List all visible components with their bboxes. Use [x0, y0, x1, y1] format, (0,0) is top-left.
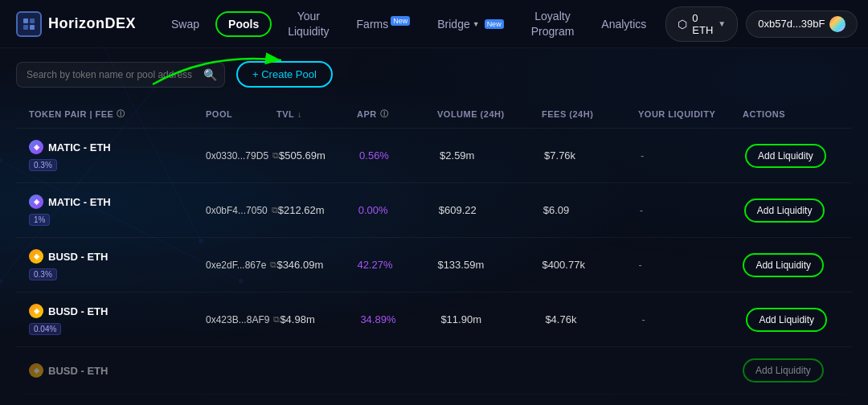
token-pair-name: ◈ MATIC - ETH [29, 194, 206, 209]
toolbar: 🔍 + Create Pool [16, 61, 852, 88]
table-row: ◈ BUSD - ETH 0.04% 0x423B...8AF9 ⧉ $4.98… [16, 292, 852, 347]
nav-item-pools[interactable]: Pools [215, 11, 272, 37]
copy-icon[interactable]: ⧉ [273, 314, 280, 325]
token-pair-cell: ◈ BUSD - ETH 0.3% [29, 249, 206, 280]
th-actions: ACTIONS [743, 108, 839, 120]
table-row: ◈ BUSD - ETH Add Liquidity [16, 347, 852, 395]
nav-item-farms[interactable]: FarmsNew [346, 12, 422, 35]
nav-item-loyalty[interactable]: LoyaltyProgram [520, 4, 586, 43]
token-icon: ◈ [29, 140, 43, 154]
create-pool-button[interactable]: + Create Pool [236, 61, 333, 88]
fees-value: $6.09 [543, 204, 640, 216]
apr-value: 34.89% [360, 313, 440, 325]
token-pair-cell: ◈ BUSD - ETH 0.04% [29, 304, 206, 335]
table-header: TOKEN PAIR | FEE ⓘ POOL TVL ↓ APR ⓘ VOLU… [16, 100, 852, 129]
nav-item-your-liquidity[interactable]: YourLiquidity [276, 4, 340, 43]
token-icon: ◈ [29, 304, 43, 318]
fees-value: $400.77k [542, 259, 638, 271]
add-liquidity-button[interactable]: Add Liquidity [743, 253, 824, 277]
add-liquidity-button[interactable]: Add Liquidity [745, 144, 826, 168]
search-icon: 🔍 [203, 68, 217, 81]
actions-cell: Add Liquidity [743, 358, 839, 382]
token-pair-name: ◈ BUSD - ETH [29, 249, 206, 264]
tvl-value: $346.09m [276, 259, 357, 271]
logo-icon [16, 11, 42, 37]
pool-address: 0x0330...79D5 ⧉ [206, 150, 279, 162]
token-pair-cell: ◈ MATIC - ETH 0.3% [29, 140, 206, 171]
nav-item-analytics[interactable]: Analytics [590, 13, 657, 35]
th-fees: FEES (24H) [542, 108, 638, 120]
eth-icon: ⬡ [678, 18, 687, 31]
fee-badge: 1% [29, 214, 50, 226]
table-row: ◈ BUSD - ETH 0.3% 0xe2dF...867e ⧉ $346.0… [16, 238, 852, 292]
search-input[interactable] [16, 62, 225, 88]
main-content: 🔍 + Create Pool TOKEN PAIR | FEE ⓘ POOL … [0, 48, 868, 405]
nav-item-swap[interactable]: Swap [160, 13, 211, 35]
svg-rect-12 [30, 25, 35, 30]
th-apr: APR ⓘ [357, 108, 437, 120]
fees-value: $4.76k [545, 313, 641, 325]
token-pair-name: ◈ MATIC - ETH [29, 140, 206, 154]
tvl-value: $505.69m [279, 149, 359, 162]
svg-rect-10 [30, 18, 35, 23]
farms-badge: New [391, 16, 410, 26]
nav: Swap Pools YourLiquidity FarmsNew Bridge… [160, 4, 657, 43]
logo[interactable]: HorizonDEX [16, 11, 136, 37]
actions-cell: Add Liquidity [744, 198, 841, 223]
tvl-value: $4.98m [280, 313, 360, 325]
wallet-button[interactable]: 0xb57d...39bF [746, 10, 858, 38]
add-liquidity-button[interactable]: Add Liquidity [743, 358, 824, 382]
volume-value: $2.59m [440, 149, 544, 162]
table-row: ◈ MATIC - ETH 0.3% 0x0330...79D5 ⧉ $505.… [16, 129, 852, 183]
add-liquidity-button[interactable]: Add Liquidity [744, 198, 825, 223]
copy-icon[interactable]: ⧉ [272, 205, 278, 215]
svg-rect-11 [23, 25, 28, 30]
th-pool: POOL [206, 108, 276, 120]
fee-badge: 0.3% [29, 159, 57, 171]
tvl-value: $212.62m [278, 204, 358, 216]
apr-value: 0.00% [358, 204, 439, 216]
pool-address: 0xe2dF...867e ⧉ [206, 260, 276, 271]
volume-value: $609.22 [439, 204, 543, 216]
th-volume: VOLUME (24H) [437, 108, 542, 120]
token-icon: ◈ [29, 194, 43, 209]
th-apr-info[interactable]: ⓘ [380, 108, 389, 120]
volume-value: $133.59m [437, 259, 542, 271]
fees-value: $7.76k [544, 149, 641, 162]
logo-text: HorizonDEX [48, 15, 136, 32]
token-pair-name: ◈ BUSD - ETH [29, 363, 206, 378]
pools-table: TOKEN PAIR | FEE ⓘ POOL TVL ↓ APR ⓘ VOLU… [16, 100, 852, 395]
copy-icon[interactable]: ⧉ [270, 260, 276, 270]
eth-chevron: ▼ [718, 19, 726, 28]
header-right: ⬡ 0 ETH ▼ 0xb57d...39bF [665, 6, 858, 42]
token-icon: ◈ [29, 249, 43, 264]
actions-cell: Add Liquidity [743, 253, 839, 277]
actions-cell: Add Liquidity [745, 144, 841, 168]
pool-address: 0x0bF4...7050 ⧉ [206, 205, 278, 216]
token-pair-cell: ◈ MATIC - ETH 1% [29, 194, 206, 226]
pool-address: 0x423B...8AF9 ⧉ [206, 314, 280, 325]
tvl-sort-icon: ↓ [297, 110, 302, 119]
liquidity-value: - [641, 149, 745, 162]
eth-button[interactable]: ⬡ 0 ETH ▼ [665, 6, 738, 42]
search-wrapper: 🔍 [16, 62, 225, 88]
th-token-pair-info[interactable]: ⓘ [117, 108, 125, 120]
liquidity-value: - [638, 259, 743, 271]
th-your-liquidity: YOUR LIQUIDITY [638, 108, 743, 120]
copy-icon[interactable]: ⧉ [272, 150, 279, 161]
volume-value: $11.90m [440, 313, 545, 325]
fee-badge: 0.3% [29, 268, 57, 280]
apr-value: 42.27% [357, 259, 437, 271]
token-icon: ◈ [29, 363, 43, 378]
th-tvl[interactable]: TVL ↓ [276, 108, 357, 120]
apr-value: 0.56% [359, 149, 440, 162]
liquidity-value: - [640, 204, 744, 216]
fee-badge: 0.04% [29, 323, 61, 335]
actions-cell: Add Liquidity [746, 308, 842, 332]
svg-rect-9 [23, 18, 28, 23]
nav-item-bridge[interactable]: Bridge ▼ New [426, 13, 514, 35]
wallet-avatar [829, 16, 845, 32]
table-row: ◈ MATIC - ETH 1% 0x0bF4...7050 ⧉ $212.62… [16, 183, 852, 238]
bridge-chevron: ▼ [473, 20, 480, 28]
add-liquidity-button[interactable]: Add Liquidity [746, 308, 827, 332]
